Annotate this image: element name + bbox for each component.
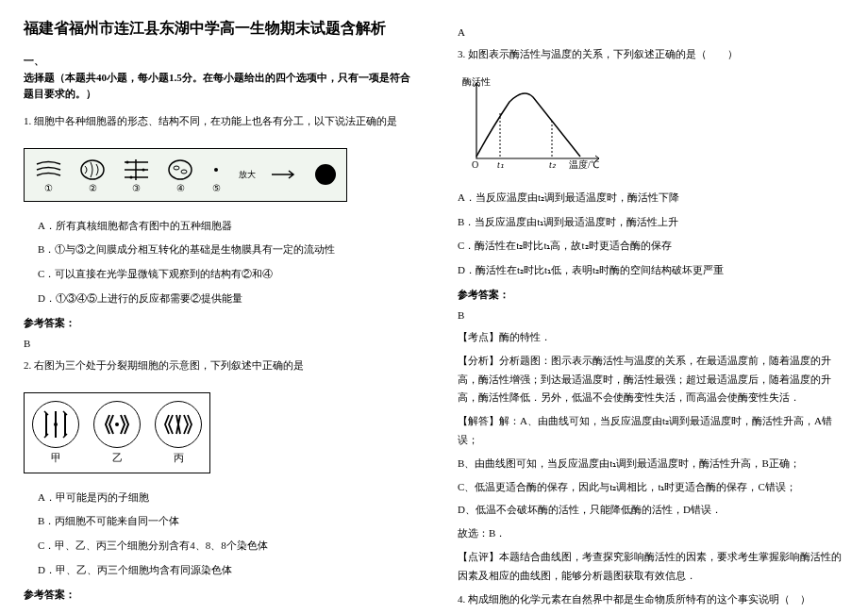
- cell-yi-icon: [93, 401, 141, 448]
- svg-point-10: [115, 423, 119, 426]
- cell-bing-icon: [155, 401, 202, 448]
- q2-opt-d: D．甲、乙、丙三个细胞均含有同源染色体: [38, 561, 410, 580]
- q3-solve-c: C、低温更适合酶的保存，因此与t₂调相比，t₁时更适合酶的保存，C错误；: [458, 478, 844, 497]
- svg-point-7: [214, 168, 218, 172]
- chart-ylabel: 酶活性: [462, 76, 491, 87]
- q3-chart: 酶活性 O t₁ t₂ 温度/℃: [458, 74, 844, 179]
- q1-answer-label: 参考答案：: [24, 316, 410, 330]
- org-label-4: ④: [176, 183, 185, 193]
- q2-opt-b: B．丙细胞不可能来自同一个体: [38, 512, 410, 531]
- chart-t1: t₁: [497, 159, 504, 170]
- q1-opt-c: C．可以直接在光学显微镜下观察到的结构有②和④: [38, 265, 410, 284]
- q1-answer: B: [24, 338, 410, 349]
- q2-answer: A: [458, 26, 844, 38]
- organelle-5-icon: [208, 157, 225, 183]
- section-desc: 选择题（本题共40小题，每小题1.5分。在每小题给出的四个选项中，只有一项是符合…: [24, 72, 410, 100]
- q3-solve-b: B、由曲线图可知，当反应温度由t₁调到最适温度时，酶活性升高，B正确；: [458, 455, 844, 473]
- q3-analysis: 【分析】分析题图：图示表示酶活性与温度的关系，在最适温度前，随着温度的升高，酶活…: [458, 352, 844, 407]
- q3-opt-a: A．当反应温度由t₂调到最适温度时，酶活性下降: [458, 189, 844, 207]
- organelle-4-icon: [167, 157, 193, 183]
- q1-opt-a: A．所有真核细胞都含有图中的五种细胞器: [38, 217, 410, 236]
- organelle-1-icon: [32, 157, 65, 183]
- q3-point: 【考点】酶的特性．: [458, 328, 844, 347]
- q3-opt-c: C．酶活性在t₂时比t₁高，故t₂时更适合酶的保存: [458, 237, 844, 256]
- organelle-2-icon: [79, 157, 106, 183]
- q3-solve-d: D、低温不会破坏酶的活性，只能降低酶的活性，D错误．: [458, 501, 844, 520]
- q1-opt-d: D．①③④⑤上进行的反应都需要②提供能量: [38, 290, 410, 308]
- svg-point-5: [174, 166, 179, 170]
- q2-opt-c: C．甲、乙、丙三个细胞分别含有4、8、8个染色体: [38, 537, 410, 556]
- svg-point-2: [142, 168, 145, 171]
- arrow-icon: [270, 169, 298, 180]
- svg-point-9: [54, 423, 58, 426]
- org-label-3: ③: [132, 183, 141, 193]
- q1-opt-b: B．①与③之间膜成分相互转化的基础是生物膜具有一定的流动性: [38, 241, 410, 259]
- q3-opt-d: D．酶活性在t₂时比t₁低，表明t₂时酶的空间结构破坏更严重: [458, 261, 844, 280]
- q1-diagram: ① ② ③ ④ ⑤ 放大: [24, 148, 347, 202]
- chart-origin: O: [472, 159, 478, 170]
- organelle-enlarged-icon: [312, 161, 339, 188]
- cell-label-jia: 甲: [51, 451, 61, 465]
- q2-text: 2. 右图为三个处于分裂期细胞的示意图，下列叙述中正确的是: [24, 357, 410, 375]
- chart-t2: t₂: [549, 159, 557, 170]
- q2-diagram: 甲 乙 丙: [24, 392, 210, 473]
- q3-answer-label: 参考答案：: [458, 288, 844, 302]
- cell-jia-icon: [32, 401, 79, 448]
- org-label-1: ①: [44, 183, 53, 193]
- q4-text: 4. 构成细胞的化学元素在自然界中都是生命物质所特有的这个事实说明（ ）: [458, 590, 844, 609]
- q3-choose: 故选：B．: [458, 524, 844, 543]
- org-label-2: ②: [89, 183, 97, 193]
- svg-point-4: [169, 160, 192, 179]
- page-title: 福建省福州市连江县东湖中学高一生物期末试题含解析: [24, 19, 410, 39]
- section-header: 一、 选择题（本题共40小题，每小题1.5分。在每小题给出的四个选项中，只有一项…: [24, 53, 410, 103]
- q3-opt-b: B．当反应温度由t₁调到最适温度时，酶活性上升: [458, 213, 844, 232]
- cell-label-bing: 丙: [174, 451, 184, 465]
- section-num: 一、: [24, 55, 44, 66]
- q1-text: 1. 细胞中各种细胞器的形态、结构不同，在功能上也各有分工，以下说法正确的是: [24, 112, 410, 131]
- q3-comment: 【点评】本题结合曲线图，考查探究影响酶活性的因素，要求考生掌握影响酶活性的因素及…: [458, 548, 844, 586]
- svg-point-6: [181, 170, 187, 174]
- chart-xlabel: 温度/℃: [569, 159, 599, 170]
- q3-solve: 【解答】解：A、由曲线可知，当反应温度由t₂调到最适温度时，酶活性升高，A错误；: [458, 412, 844, 450]
- svg-point-3: [130, 175, 133, 178]
- q2-answer-label: 参考答案：: [24, 588, 410, 602]
- cell-label-yi: 乙: [112, 451, 123, 465]
- svg-point-8: [315, 164, 336, 185]
- arrow-label: 放大: [239, 169, 256, 181]
- org-label-5: ⑤: [212, 183, 221, 193]
- q2-opt-a: A．甲可能是丙的子细胞: [38, 489, 410, 507]
- q3-answer: B: [458, 309, 844, 321]
- svg-point-1: [126, 160, 129, 163]
- organelle-3-icon: [120, 157, 153, 183]
- q3-solve-label: 【解答】解：: [458, 415, 520, 426]
- q3-text: 3. 如图表示酶活性与温度的关系，下列叙述正确的是（ ）: [458, 45, 844, 64]
